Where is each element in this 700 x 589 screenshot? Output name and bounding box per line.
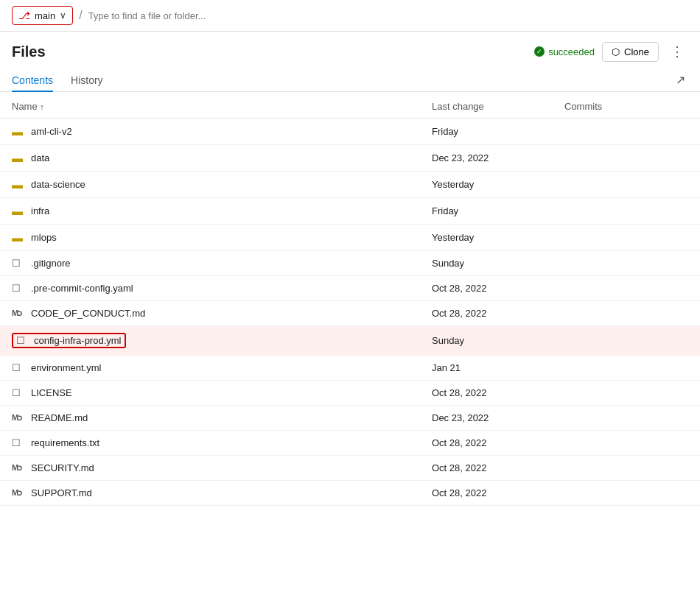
- expand-icon[interactable]: ↗: [673, 70, 688, 90]
- table-row[interactable]: ▬ mlops Yesterday: [0, 225, 700, 251]
- markdown-icon: Mↄ: [12, 488, 25, 498]
- path-separator: /: [79, 9, 82, 22]
- commits-cell: [553, 172, 700, 198]
- status-badge: ✓ succeeded: [534, 46, 595, 57]
- table-row[interactable]: ▬ data Dec 23, 2022: [0, 145, 700, 172]
- file-link[interactable]: .gitignore: [31, 258, 70, 269]
- tabs-bar: Contents History ↗: [0, 68, 700, 92]
- column-header-last-change: Last change: [420, 95, 553, 119]
- folder-icon: ▬: [12, 125, 25, 138]
- markdown-icon: Mↄ: [12, 463, 25, 473]
- file-name-cell[interactable]: ☐ LICENSE: [0, 381, 420, 406]
- commits-cell: [553, 431, 700, 456]
- clone-button[interactable]: ⬡ Clone: [602, 42, 659, 62]
- file-search-input[interactable]: [88, 10, 688, 21]
- table-header-row: Name ↑ Last change Commits: [0, 95, 700, 119]
- top-bar: ⎇ main ∨ /: [0, 0, 700, 32]
- file-link[interactable]: config-infra-prod.yml: [34, 335, 122, 346]
- branch-name: main: [35, 10, 55, 21]
- commits-cell: [553, 456, 700, 481]
- last-change-cell: Jan 21: [420, 356, 553, 381]
- file-name-cell[interactable]: ▬ data-science: [0, 172, 420, 198]
- table-row[interactable]: ☐ environment.yml Jan 21: [0, 356, 700, 381]
- file-link[interactable]: SUPPORT.md: [31, 487, 92, 498]
- file-name-cell[interactable]: Mↄ SECURITY.md: [0, 456, 420, 481]
- file-name-cell[interactable]: Mↄ README.md: [0, 406, 420, 431]
- file-link[interactable]: data: [31, 152, 49, 163]
- table-row[interactable]: ☐ .pre-commit-config.yaml Oct 28, 2022: [0, 276, 700, 301]
- table-row[interactable]: ☐ config-infra-prod.yml Sunday: [0, 326, 700, 356]
- file-link[interactable]: .pre-commit-config.yaml: [31, 283, 133, 294]
- folder-icon: ▬: [12, 178, 25, 191]
- last-change-cell: Sunday: [420, 326, 553, 356]
- file-link[interactable]: requirements.txt: [31, 437, 99, 448]
- chevron-down-icon: ∨: [60, 10, 66, 21]
- page-header: Files ✓ succeeded ⬡ Clone ⋮: [0, 32, 700, 68]
- header-actions: ✓ succeeded ⬡ Clone ⋮: [534, 40, 688, 63]
- last-change-cell: Friday: [420, 119, 553, 145]
- status-text: succeeded: [548, 46, 595, 57]
- file-icon: ☐: [12, 437, 25, 448]
- file-name-cell[interactable]: ▬ mlops: [0, 225, 420, 251]
- table-row[interactable]: ☐ .gitignore Sunday: [0, 251, 700, 276]
- file-name-cell[interactable]: Mↄ SUPPORT.md: [0, 481, 420, 506]
- file-name-cell[interactable]: ▬ aml-cli-v2: [0, 119, 420, 145]
- commits-cell: [553, 356, 700, 381]
- last-change-cell: Yesterday: [420, 172, 553, 198]
- last-change-cell: Yesterday: [420, 225, 553, 251]
- page-title: Files: [12, 43, 46, 60]
- file-link[interactable]: README.md: [31, 412, 88, 423]
- last-change-cell: Dec 23, 2022: [420, 406, 553, 431]
- commits-cell: [553, 251, 700, 276]
- last-change-cell: Oct 28, 2022: [420, 481, 553, 506]
- table-row[interactable]: ☐ requirements.txt Oct 28, 2022: [0, 431, 700, 456]
- table-row[interactable]: Mↄ SUPPORT.md Oct 28, 2022: [0, 481, 700, 506]
- table-row[interactable]: Mↄ README.md Dec 23, 2022: [0, 406, 700, 431]
- file-link[interactable]: mlops: [31, 232, 57, 243]
- file-name-cell[interactable]: ☐ environment.yml: [0, 356, 420, 381]
- table-row[interactable]: ▬ aml-cli-v2 Friday: [0, 119, 700, 145]
- file-name-cell[interactable]: ☐ requirements.txt: [0, 431, 420, 456]
- file-name-cell[interactable]: ☐ config-infra-prod.yml: [0, 326, 420, 356]
- file-name-cell[interactable]: ☐ .gitignore: [0, 251, 420, 276]
- last-change-cell: Sunday: [420, 251, 553, 276]
- file-link[interactable]: SECURITY.md: [31, 462, 94, 473]
- commits-cell: [553, 198, 700, 225]
- table-row[interactable]: Mↄ CODE_OF_CONDUCT.md Oct 28, 2022: [0, 301, 700, 326]
- status-dot-icon: ✓: [534, 46, 545, 57]
- commits-cell: [553, 381, 700, 406]
- branch-selector[interactable]: ⎇ main ∨: [12, 6, 73, 25]
- file-link[interactable]: LICENSE: [31, 387, 72, 398]
- last-change-cell: Dec 23, 2022: [420, 145, 553, 172]
- markdown-icon: Mↄ: [12, 413, 25, 423]
- file-icon: ☐: [12, 283, 25, 294]
- table-row[interactable]: ▬ data-science Yesterday: [0, 172, 700, 198]
- last-change-cell: Oct 28, 2022: [420, 456, 553, 481]
- file-name-cell[interactable]: ▬ data: [0, 145, 420, 172]
- file-link[interactable]: aml-cli-v2: [31, 126, 72, 137]
- commits-cell: [553, 276, 700, 301]
- commits-cell: [553, 326, 700, 356]
- table-row[interactable]: ▬ infra Friday: [0, 198, 700, 225]
- last-change-cell: Oct 28, 2022: [420, 276, 553, 301]
- last-change-cell: Oct 28, 2022: [420, 431, 553, 456]
- folder-icon: ▬: [12, 152, 25, 164]
- tab-contents[interactable]: Contents: [12, 68, 53, 92]
- table-row[interactable]: Mↄ SECURITY.md Oct 28, 2022: [0, 456, 700, 481]
- table-row[interactable]: ☐ LICENSE Oct 28, 2022: [0, 381, 700, 406]
- file-link[interactable]: data-science: [31, 179, 85, 190]
- file-name-cell[interactable]: ▬ infra: [0, 198, 420, 225]
- file-link[interactable]: environment.yml: [31, 362, 101, 373]
- more-options-button[interactable]: ⋮: [666, 40, 688, 63]
- file-name-cell[interactable]: ☐ .pre-commit-config.yaml: [0, 276, 420, 301]
- file-link[interactable]: CODE_OF_CONDUCT.md: [31, 308, 145, 319]
- commits-cell: [553, 119, 700, 145]
- folder-icon: ▬: [12, 231, 25, 244]
- commits-cell: [553, 481, 700, 506]
- file-icon: ☐: [12, 362, 25, 373]
- tab-history[interactable]: History: [71, 68, 103, 92]
- file-link[interactable]: infra: [31, 205, 49, 216]
- file-name-cell[interactable]: Mↄ CODE_OF_CONDUCT.md: [0, 301, 420, 326]
- last-change-cell: Oct 28, 2022: [420, 381, 553, 406]
- file-table: Name ↑ Last change Commits ▬ aml-cli-v2 …: [0, 95, 700, 506]
